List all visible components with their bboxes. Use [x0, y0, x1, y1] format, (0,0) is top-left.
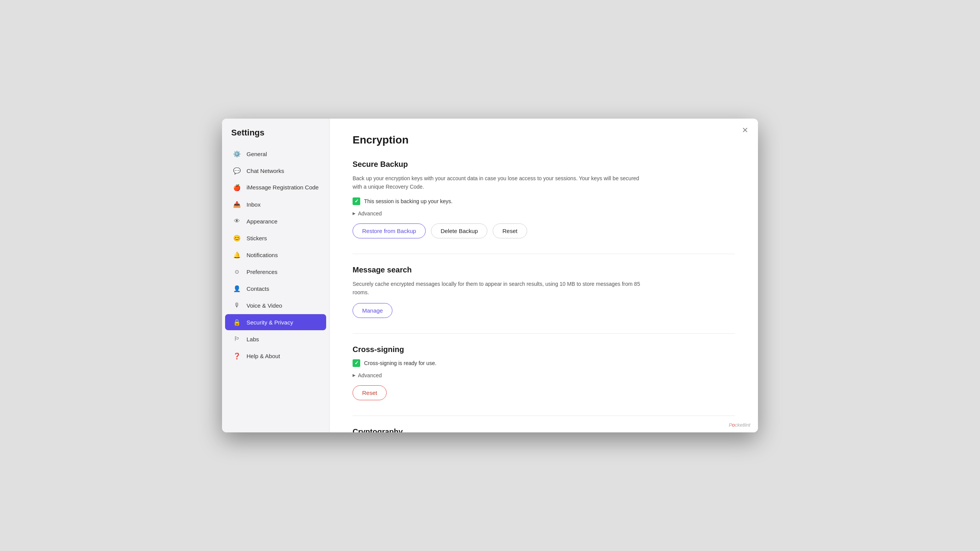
sidebar-label: Preferences: [247, 269, 278, 275]
sidebar-item-imessage[interactable]: 🍎 iMessage Registration Code: [225, 179, 326, 196]
gear-icon: ⚙️: [233, 150, 241, 158]
section-message-search: Message search Securely cache encrypted …: [353, 266, 735, 318]
message-search-desc: Securely cache encrypted messages locall…: [353, 280, 644, 297]
cross-signing-button-row: Reset: [353, 385, 735, 400]
sidebar-label: Notifications: [247, 252, 278, 258]
sidebar-title: Settings: [222, 128, 329, 145]
chat-icon: 💬: [233, 166, 241, 175]
sidebar-item-stickers[interactable]: 😊 Stickers: [225, 230, 326, 246]
backup-button-row: Restore from Backup Delete Backup Reset: [353, 223, 735, 238]
bell-icon: 🔔: [233, 251, 241, 259]
triangle-icon: ▶: [353, 211, 356, 215]
close-button[interactable]: ✕: [740, 125, 750, 135]
reset-backup-button[interactable]: Reset: [493, 223, 527, 238]
cross-signing-status-row: Cross-signing is ready for use.: [353, 359, 735, 367]
sidebar-label: General: [247, 151, 267, 157]
lock-icon: 🔒: [233, 318, 241, 326]
triangle-icon-2: ▶: [353, 373, 356, 377]
flag-icon: 🏳: [233, 335, 241, 343]
inbox-icon: 📥: [233, 200, 241, 209]
mic-icon: 🎙: [233, 301, 241, 310]
manage-button[interactable]: Manage: [353, 303, 392, 318]
sidebar-item-labs[interactable]: 🏳 Labs: [225, 331, 326, 347]
sidebar-item-help-about[interactable]: ❓ Help & About: [225, 348, 326, 364]
message-search-button-row: Manage: [353, 303, 735, 318]
person-icon: 👤: [233, 284, 241, 293]
sidebar-item-chat-networks[interactable]: 💬 Chat Networks: [225, 163, 326, 179]
section-divider-3: [353, 416, 735, 416]
page-title: Encryption: [353, 134, 735, 146]
main-content: Encryption Secure Backup Back up your en…: [329, 119, 758, 432]
reset-cross-signing-button[interactable]: Reset: [353, 385, 387, 400]
apple-icon: 🍎: [233, 183, 241, 192]
sidebar-label: Help & About: [247, 353, 280, 359]
sidebar-item-security-privacy[interactable]: 🔒 Security & Privacy: [225, 314, 326, 330]
sidebar-label: Chat Networks: [247, 168, 284, 174]
sidebar-item-voice-video[interactable]: 🎙 Voice & Video: [225, 297, 326, 313]
cross-signing-title: Cross-signing: [353, 345, 735, 354]
cryptography-title: Cryptography: [353, 427, 735, 432]
sidebar-label: iMessage Registration Code: [247, 184, 318, 191]
section-divider: [353, 254, 735, 254]
sidebar-label: Labs: [247, 336, 259, 342]
section-cross-signing: Cross-signing Cross-signing is ready for…: [353, 345, 735, 400]
backup-advanced-label: Advanced: [358, 210, 382, 217]
sidebar: Settings ⚙️ General 💬 Chat Networks 🍎 iM…: [222, 119, 329, 432]
secure-backup-title: Secure Backup: [353, 160, 735, 169]
sidebar-item-contacts[interactable]: 👤 Contacts: [225, 280, 326, 297]
sidebar-label: Security & Privacy: [247, 319, 293, 326]
settings-modal: ✕ Settings ⚙️ General 💬 Chat Networks 🍎 …: [222, 119, 758, 432]
sidebar-item-appearance[interactable]: 👁 Appearance: [225, 213, 326, 229]
sidebar-item-preferences[interactable]: ⊙ Preferences: [225, 264, 326, 280]
restore-from-backup-button[interactable]: Restore from Backup: [353, 223, 426, 238]
eye-icon: 👁: [233, 217, 241, 225]
section-cryptography: Cryptography: [353, 427, 735, 432]
sidebar-label: Inbox: [247, 201, 261, 208]
sidebar-item-inbox[interactable]: 📥 Inbox: [225, 196, 326, 212]
sidebar-label: Appearance: [247, 218, 278, 225]
section-divider-2: [353, 333, 735, 334]
sidebar-label: Stickers: [247, 235, 267, 241]
section-secure-backup: Secure Backup Back up your encryption ke…: [353, 160, 735, 238]
backup-status-label: This session is backing up your keys.: [364, 198, 452, 204]
backup-checkbox: [353, 197, 360, 205]
cross-signing-advanced-label: Advanced: [358, 372, 382, 378]
cross-signing-advanced-toggle[interactable]: ▶ Advanced: [353, 372, 382, 378]
cross-signing-status-label: Cross-signing is ready for use.: [364, 360, 436, 366]
sidebar-label: Contacts: [247, 285, 269, 292]
sidebar-item-general[interactable]: ⚙️ General: [225, 146, 326, 162]
backup-status-row: This session is backing up your keys.: [353, 197, 735, 205]
toggle-icon: ⊙: [233, 267, 241, 276]
backup-advanced-toggle[interactable]: ▶ Advanced: [353, 210, 382, 217]
delete-backup-button[interactable]: Delete Backup: [431, 223, 488, 238]
sticker-icon: 😊: [233, 234, 241, 242]
sidebar-item-notifications[interactable]: 🔔 Notifications: [225, 247, 326, 263]
watermark: Pocketlint: [729, 422, 750, 428]
secure-backup-desc: Back up your encryption keys with your a…: [353, 174, 644, 191]
help-icon: ❓: [233, 352, 241, 360]
cross-signing-checkbox: [353, 359, 360, 367]
message-search-title: Message search: [353, 266, 735, 274]
sidebar-label: Voice & Video: [247, 302, 282, 309]
